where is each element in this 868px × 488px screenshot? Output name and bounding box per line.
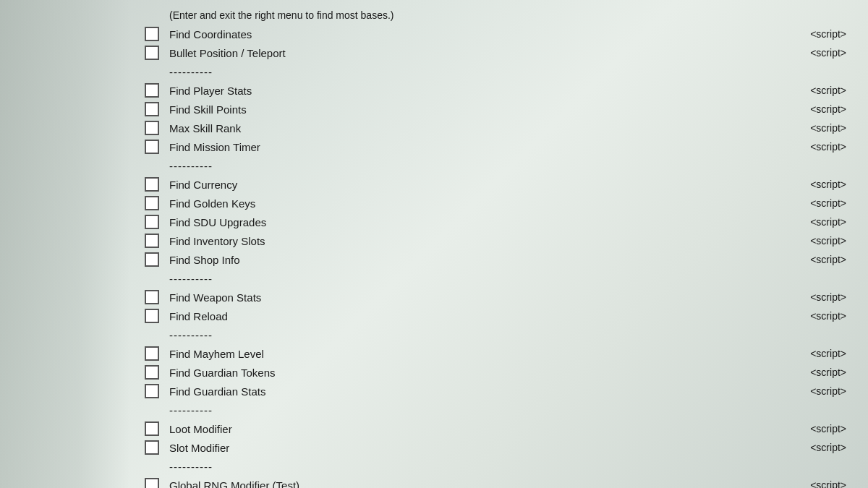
list-item: Find Player Stats<script> bbox=[145, 81, 854, 100]
list-item: Max Skill Rank<script> bbox=[145, 119, 854, 137]
item-script: <script> bbox=[788, 235, 846, 247]
item-label: Find Coordinates bbox=[169, 28, 788, 40]
separator: ---------- bbox=[169, 160, 213, 172]
item-script: <script> bbox=[788, 348, 846, 359]
item-label: Find Inventory Slots bbox=[169, 235, 788, 247]
list-item: Find SDU Upgrades<script> bbox=[145, 213, 854, 231]
item-label: Find Weapon Stats bbox=[169, 291, 788, 304]
item-checkbox[interactable] bbox=[145, 196, 159, 210]
item-label: Find Player Stats bbox=[169, 85, 788, 97]
list-item: Global RNG Modifier (Test)<script> bbox=[145, 476, 854, 488]
item-script: <script> bbox=[788, 479, 846, 488]
separator: ---------- bbox=[169, 66, 213, 78]
item-script: <script> bbox=[788, 291, 846, 303]
item-checkbox[interactable] bbox=[145, 365, 159, 380]
item-label: Find Guardian Tokens bbox=[169, 367, 788, 379]
item-script: <script> bbox=[788, 122, 846, 134]
item-script: <script> bbox=[788, 423, 846, 435]
item-label: Bullet Position / Teleport bbox=[169, 47, 788, 59]
item-checkbox[interactable] bbox=[145, 309, 159, 323]
item-checkbox[interactable] bbox=[145, 215, 159, 229]
list-item: Bullet Position / Teleport<script> bbox=[145, 43, 854, 62]
item-label: Find Shop Info bbox=[169, 254, 788, 266]
item-label: Slot Modifier bbox=[169, 442, 788, 454]
item-label: Max Skill Rank bbox=[169, 122, 788, 134]
item-label: Find Guardian Stats bbox=[169, 385, 788, 398]
item-script: <script> bbox=[788, 385, 846, 397]
item-checkbox[interactable] bbox=[145, 384, 159, 398]
list-item: Slot Modifier<script> bbox=[145, 438, 854, 457]
list-item: (Enter and exit the right menu to find m… bbox=[145, 6, 854, 25]
left-sidebar bbox=[0, 0, 130, 488]
list-item: Find Mission Timer<script> bbox=[145, 137, 854, 156]
content-area: (Enter and exit the right menu to find m… bbox=[130, 0, 868, 488]
item-script: <script> bbox=[788, 442, 846, 453]
list-item: Loot Modifier<script> bbox=[145, 419, 854, 438]
item-checkbox[interactable] bbox=[145, 177, 159, 192]
list-item: Find Skill Points<script> bbox=[145, 100, 854, 119]
list-item: ---------- bbox=[145, 401, 854, 419]
item-checkbox[interactable] bbox=[145, 252, 159, 267]
item-label: Global RNG Modifier (Test) bbox=[169, 479, 788, 489]
item-script: <script> bbox=[788, 254, 846, 265]
item-checkbox[interactable] bbox=[145, 121, 159, 135]
item-script: <script> bbox=[788, 216, 846, 228]
list-item: ---------- bbox=[145, 62, 854, 81]
item-script: <script> bbox=[788, 197, 846, 209]
list-item: ---------- bbox=[145, 156, 854, 175]
item-label: Find Golden Keys bbox=[169, 197, 788, 210]
item-checkbox[interactable] bbox=[145, 83, 159, 98]
list-item: Find Golden Keys<script> bbox=[145, 194, 854, 213]
item-script: <script> bbox=[788, 28, 846, 40]
item-label: Find Skill Points bbox=[169, 103, 788, 116]
item-label: Find Reload bbox=[169, 310, 788, 322]
item-checkbox[interactable] bbox=[145, 421, 159, 436]
separator: ---------- bbox=[169, 461, 213, 473]
item-label: Find Mayhem Level bbox=[169, 348, 788, 360]
list-item: Find Guardian Tokens<script> bbox=[145, 363, 854, 382]
item-script: <script> bbox=[788, 85, 846, 96]
separator: ---------- bbox=[169, 404, 213, 416]
item-checkbox[interactable] bbox=[145, 290, 159, 304]
separator: ---------- bbox=[169, 329, 213, 341]
item-label: Find Mission Timer bbox=[169, 141, 788, 153]
list-item: Find Currency<script> bbox=[145, 175, 854, 194]
item-checkbox[interactable] bbox=[145, 478, 159, 488]
note-text: (Enter and exit the right menu to find m… bbox=[169, 9, 394, 21]
list-item: Find Shop Info<script> bbox=[145, 250, 854, 269]
list-item: Find Weapon Stats<script> bbox=[145, 288, 854, 307]
item-script: <script> bbox=[788, 103, 846, 115]
separator: ---------- bbox=[169, 273, 213, 285]
list-item: ---------- bbox=[145, 269, 854, 288]
item-script: <script> bbox=[788, 367, 846, 378]
item-checkbox[interactable] bbox=[145, 440, 159, 455]
item-script: <script> bbox=[788, 179, 846, 190]
item-label: Find Currency bbox=[169, 179, 788, 191]
item-checkbox[interactable] bbox=[145, 27, 159, 41]
list-item: Find Reload<script> bbox=[145, 307, 854, 325]
list-item: Find Coordinates<script> bbox=[145, 25, 854, 43]
list-item: Find Guardian Stats<script> bbox=[145, 382, 854, 401]
list-item: Find Mayhem Level<script> bbox=[145, 344, 854, 363]
list-item: ---------- bbox=[145, 325, 854, 344]
list-item: ---------- bbox=[145, 457, 854, 476]
item-label: Find SDU Upgrades bbox=[169, 216, 788, 228]
item-script: <script> bbox=[788, 310, 846, 322]
item-checkbox[interactable] bbox=[145, 140, 159, 154]
item-checkbox[interactable] bbox=[145, 234, 159, 248]
item-label: Loot Modifier bbox=[169, 423, 788, 435]
item-script: <script> bbox=[788, 47, 846, 59]
item-checkbox[interactable] bbox=[145, 102, 159, 116]
list-item: Find Inventory Slots<script> bbox=[145, 231, 854, 250]
item-checkbox[interactable] bbox=[145, 46, 159, 60]
item-script: <script> bbox=[788, 141, 846, 153]
item-checkbox[interactable] bbox=[145, 346, 159, 361]
